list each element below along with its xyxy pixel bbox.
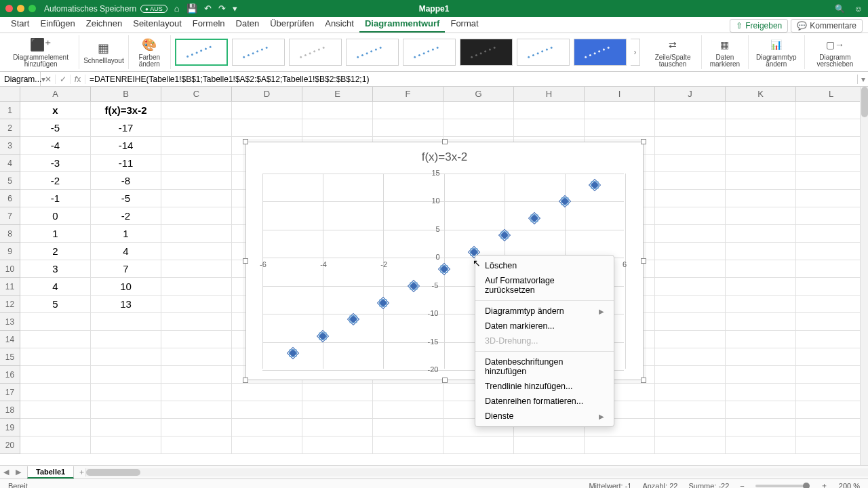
- chart-style-3[interactable]: ●●●●●●: [289, 39, 342, 66]
- cell[interactable]: [232, 436, 302, 454]
- share-button[interactable]: ⇧Freigeben: [730, 19, 788, 33]
- tab-start[interactable]: Start: [5, 16, 35, 33]
- cell[interactable]: [655, 384, 726, 401]
- context-menu-item[interactable]: Daten markieren...: [475, 319, 614, 333]
- data-point[interactable]: [500, 231, 509, 240]
- cell[interactable]: [161, 225, 232, 243]
- zoom-in-icon[interactable]: ＋: [821, 481, 828, 488]
- cell[interactable]: -4: [20, 137, 91, 155]
- cell[interactable]: -5: [91, 190, 161, 207]
- row-header[interactable]: 8: [0, 225, 20, 243]
- cell[interactable]: [655, 401, 726, 419]
- tab-daten[interactable]: Daten: [231, 16, 265, 33]
- cell[interactable]: 7: [91, 260, 161, 278]
- cell[interactable]: x: [20, 102, 91, 119]
- cell[interactable]: [232, 119, 302, 137]
- row-header[interactable]: 12: [0, 296, 20, 313]
- autosave-toggle[interactable]: AUS: [140, 5, 167, 13]
- style-gallery-more[interactable]: ›: [631, 39, 640, 66]
- cell[interactable]: [796, 366, 867, 384]
- cell[interactable]: [302, 436, 373, 454]
- column-header[interactable]: G: [443, 87, 514, 102]
- cell[interactable]: [726, 190, 796, 207]
- cell[interactable]: [726, 436, 796, 454]
- cell[interactable]: f(x)=3x-2: [91, 102, 161, 119]
- cell[interactable]: [726, 348, 796, 366]
- row-header[interactable]: 15: [0, 348, 20, 366]
- data-point[interactable]: [530, 214, 539, 223]
- cell[interactable]: [373, 401, 443, 419]
- worksheet-grid[interactable]: ABCDEFGHIJKL 123456789101112131415161718…: [0, 87, 868, 465]
- cell[interactable]: [585, 119, 655, 137]
- context-menu-item[interactable]: Datenbeschriftungen hinzufügen: [475, 354, 614, 379]
- cell[interactable]: [655, 155, 726, 172]
- cell[interactable]: [655, 296, 726, 313]
- cell[interactable]: [796, 243, 867, 260]
- zoom-slider[interactable]: [755, 485, 810, 487]
- cell[interactable]: [514, 102, 585, 119]
- cell[interactable]: -1: [20, 190, 91, 207]
- cell[interactable]: [302, 102, 373, 119]
- cell[interactable]: [161, 296, 232, 313]
- cell[interactable]: 5: [20, 296, 91, 313]
- cell[interactable]: [302, 401, 373, 419]
- row-headers[interactable]: 1234567891011121314151617181920: [0, 102, 20, 454]
- data-point[interactable]: [288, 349, 297, 358]
- search-icon[interactable]: 🔍: [835, 4, 845, 14]
- cell[interactable]: [655, 366, 726, 384]
- move-chart-button[interactable]: ▢→ Diagramm verschieben: [805, 35, 865, 69]
- window-controls[interactable]: [5, 5, 36, 12]
- cell[interactable]: [655, 313, 726, 331]
- cell[interactable]: [91, 313, 161, 331]
- cell[interactable]: [161, 119, 232, 137]
- cell[interactable]: [20, 419, 91, 436]
- zoom-out-icon[interactable]: −: [740, 482, 744, 489]
- cell[interactable]: [161, 260, 232, 278]
- sheet-tab[interactable]: Tabelle1: [27, 466, 74, 479]
- cell[interactable]: [91, 384, 161, 401]
- cell[interactable]: [161, 155, 232, 172]
- cell[interactable]: [726, 137, 796, 155]
- cell[interactable]: [796, 384, 867, 401]
- cell[interactable]: [91, 436, 161, 454]
- formula-input[interactable]: =DATENREIHE(Tabelle1!$B$1;Tabelle1!$A$2:…: [85, 75, 857, 84]
- cell[interactable]: [655, 348, 726, 366]
- cell[interactable]: -14: [91, 137, 161, 155]
- save-icon[interactable]: 💾: [186, 3, 197, 14]
- column-header[interactable]: J: [655, 87, 726, 102]
- cell[interactable]: [655, 278, 726, 296]
- cell[interactable]: [161, 384, 232, 401]
- cell[interactable]: -17: [91, 119, 161, 137]
- cell[interactable]: 4: [20, 278, 91, 296]
- cell[interactable]: [373, 436, 443, 454]
- row-header[interactable]: 14: [0, 331, 20, 348]
- quick-layout-button[interactable]: ▦ Schnelllayout: [79, 35, 128, 69]
- cell[interactable]: [726, 313, 796, 331]
- cell[interactable]: [796, 155, 867, 172]
- cell[interactable]: [585, 436, 655, 454]
- cell[interactable]: [161, 419, 232, 436]
- cell[interactable]: [796, 260, 867, 278]
- cell[interactable]: -3: [20, 155, 91, 172]
- cell[interactable]: [796, 436, 867, 454]
- cell[interactable]: [796, 278, 867, 296]
- cell[interactable]: [161, 278, 232, 296]
- cell[interactable]: [796, 172, 867, 190]
- chart-style-4[interactable]: ●●●●●●: [346, 39, 399, 66]
- home-icon[interactable]: ⌂: [174, 3, 180, 14]
- cell[interactable]: [726, 102, 796, 119]
- chart-style-5[interactable]: ●●●●●●: [403, 39, 456, 66]
- context-menu-item[interactable]: Datenreihen formatieren...: [475, 394, 614, 409]
- cell[interactable]: [655, 225, 726, 243]
- cell[interactable]: 3: [20, 260, 91, 278]
- cell[interactable]: [161, 243, 232, 260]
- cell[interactable]: [161, 102, 232, 119]
- cell[interactable]: [726, 155, 796, 172]
- account-icon[interactable]: ☺︎: [854, 4, 863, 14]
- sheet-next-icon[interactable]: ▶: [12, 468, 24, 476]
- cell[interactable]: [91, 401, 161, 419]
- tab-format[interactable]: Format: [445, 16, 484, 33]
- cell[interactable]: [726, 401, 796, 419]
- horizontal-scrollbar[interactable]: [85, 468, 868, 476]
- select-data-button[interactable]: ▦ Daten markieren: [702, 35, 749, 69]
